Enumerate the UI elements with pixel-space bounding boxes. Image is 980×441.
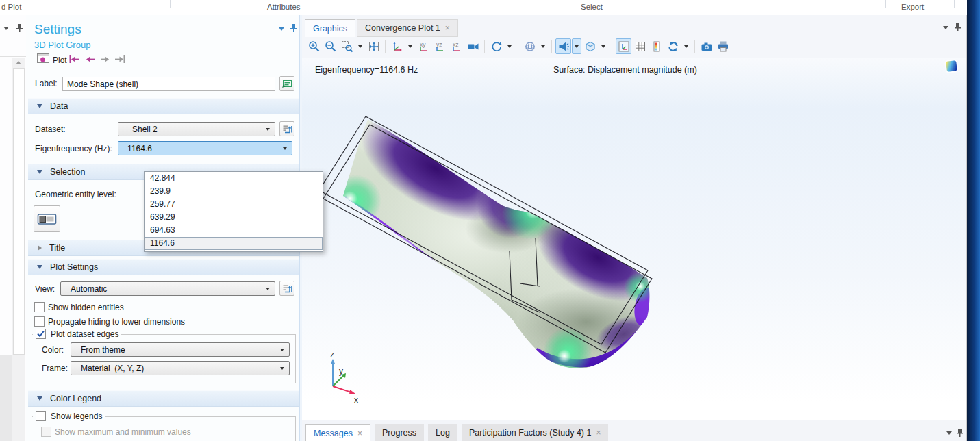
plot-button[interactable]: Plot xyxy=(53,55,67,65)
ribbon-group-label: Export xyxy=(901,3,924,11)
plot-annotation-eigenfrequency: Eigenfrequency=1164.6 Hz xyxy=(315,65,418,75)
plot-dataset-edges-row[interactable]: Plot dataset edges xyxy=(33,329,121,339)
camera-icon xyxy=(701,40,713,53)
section-header-plot-settings[interactable]: Plot Settings xyxy=(28,259,299,275)
pin-icon[interactable] xyxy=(290,23,297,33)
environment-dropdown[interactable] xyxy=(538,38,548,54)
information-tabs: Messages × Progress Log Participation Fa… xyxy=(305,424,608,441)
scrollbar-thumb[interactable] xyxy=(13,68,25,355)
scene-light-button[interactable] xyxy=(555,38,571,54)
active-selection-toggle-button[interactable] xyxy=(34,205,60,232)
go-to-source-button[interactable] xyxy=(279,281,294,296)
frame-label: Frame: xyxy=(42,364,68,373)
view-yz-button[interactable]: yz xyxy=(432,38,448,54)
panel-menu-icon[interactable] xyxy=(946,431,952,435)
first-mode-button[interactable] xyxy=(68,55,80,64)
print-button[interactable] xyxy=(715,38,731,54)
plot-dataset-edges-group xyxy=(32,334,296,383)
rotate-dropdown[interactable] xyxy=(505,38,514,54)
refresh-button[interactable] xyxy=(665,38,681,54)
eigenfrequency-option[interactable]: 694.63 xyxy=(145,224,323,237)
tab-participation-factors[interactable]: Participation Factors (Study 4) 1 × xyxy=(462,424,609,441)
scrollbar-up-icon[interactable] xyxy=(16,61,21,64)
zoom-box-button[interactable] xyxy=(339,38,355,54)
svg-text:xy: xy xyxy=(420,41,426,48)
eigenfrequency-option-selected[interactable]: 1164.6 xyxy=(145,237,323,250)
plot-dataset-edges-label: Plot dataset edges xyxy=(51,329,118,339)
svg-text:xz: xz xyxy=(453,41,459,48)
transparency-dropdown[interactable] xyxy=(599,38,608,54)
zoom-extents-icon xyxy=(368,40,380,53)
pin-icon[interactable] xyxy=(954,23,962,32)
default-view-button[interactable] xyxy=(389,38,405,54)
view-xy-button[interactable]: xy xyxy=(416,38,431,54)
ribbon-separator xyxy=(954,0,955,8)
rotate-button[interactable] xyxy=(488,38,504,54)
section-header-color-legend[interactable]: Color Legend xyxy=(28,390,299,407)
show-legends-checkbox[interactable] xyxy=(36,411,46,421)
previous-mode-button[interactable] xyxy=(84,55,95,64)
view-xz-button[interactable]: xz xyxy=(449,38,464,54)
eigenfrequency-option[interactable]: 639.29 xyxy=(145,211,323,224)
section-header-data[interactable]: Data xyxy=(28,98,299,114)
plot-dataset-edges-checkbox[interactable] xyxy=(36,329,46,339)
ribbon-separator xyxy=(436,0,436,8)
pin-icon[interactable] xyxy=(956,428,964,438)
zoom-box-dropdown[interactable] xyxy=(355,38,365,54)
eigenfrequency-option[interactable]: 239.9 xyxy=(145,185,323,198)
eigenfrequency-option[interactable]: 42.844 xyxy=(145,172,323,185)
dataset-combobox[interactable]: Shell 2 xyxy=(118,122,275,136)
close-icon[interactable]: × xyxy=(445,23,450,33)
refresh-dropdown[interactable] xyxy=(681,38,691,54)
panel-menu-icon[interactable] xyxy=(3,27,9,30)
transparency-button[interactable] xyxy=(582,38,598,54)
go-to-source-button[interactable] xyxy=(279,121,294,136)
environment-button[interactable] xyxy=(522,38,538,54)
tab-log[interactable]: Log xyxy=(428,424,457,441)
tab-convergence-plot[interactable]: Convergence Plot 1 × xyxy=(357,19,458,37)
orientation-axes-icon xyxy=(618,40,630,53)
label-input[interactable] xyxy=(62,77,275,91)
color-combobox[interactable]: From theme xyxy=(71,342,290,357)
frame-combobox[interactable]: Material (X, Y, Z) xyxy=(71,361,290,375)
ribbon-group-label: Attributes xyxy=(267,3,301,11)
eigenfrequency-combobox[interactable]: 1164.6 xyxy=(118,141,292,155)
rename-button[interactable] xyxy=(279,76,294,91)
snapshot-button[interactable] xyxy=(699,38,714,54)
close-icon[interactable]: × xyxy=(596,428,601,438)
plot-area[interactable]: Eigenfrequency=1164.6 Hz Surface: Displa… xyxy=(302,58,966,420)
panel-menu-icon[interactable] xyxy=(943,26,948,29)
show-maxmin-checkbox xyxy=(41,427,51,437)
dropdown-arrow-icon xyxy=(358,45,362,48)
grid-button[interactable] xyxy=(632,38,648,54)
scene-light-dropdown[interactable] xyxy=(572,38,581,54)
zoom-out-button[interactable] xyxy=(323,38,338,54)
tab-graphics[interactable]: Graphics xyxy=(305,19,355,37)
scrollbar-track[interactable] xyxy=(12,58,25,441)
zoom-extents-button[interactable] xyxy=(366,38,381,54)
eigenfrequency-option[interactable]: 259.77 xyxy=(145,198,323,211)
default-view-dropdown[interactable] xyxy=(405,38,415,54)
player-button[interactable] xyxy=(465,38,481,54)
show-maxmin-label: Show maximum and minimum values xyxy=(55,427,191,437)
last-mode-button[interactable] xyxy=(114,55,126,64)
view-combobox[interactable]: Automatic xyxy=(60,281,275,296)
close-icon[interactable]: × xyxy=(357,429,362,438)
pin-icon[interactable] xyxy=(16,23,23,33)
next-mode-button[interactable] xyxy=(100,55,112,64)
desktop-edge xyxy=(967,0,980,441)
show-legends-label: Show legends xyxy=(51,412,102,421)
show-hidden-entities-checkbox[interactable] xyxy=(34,302,45,312)
panel-menu-icon[interactable] xyxy=(279,27,284,31)
axis-orientation-indicator: z y x xyxy=(330,350,358,405)
show-legends-row[interactable]: Show legends xyxy=(33,411,105,421)
orientation-indicator-button[interactable] xyxy=(616,38,631,54)
tab-progress[interactable]: Progress xyxy=(375,424,424,441)
propagate-hiding-checkbox[interactable] xyxy=(34,316,45,327)
view-xy-icon: xy xyxy=(418,40,430,53)
color-legend-button[interactable] xyxy=(649,38,664,54)
dropdown-arrow-icon xyxy=(541,45,545,48)
tab-messages[interactable]: Messages × xyxy=(305,424,370,441)
zoom-in-button[interactable] xyxy=(306,38,322,54)
ribbon-group-label: d Plot xyxy=(1,3,21,11)
